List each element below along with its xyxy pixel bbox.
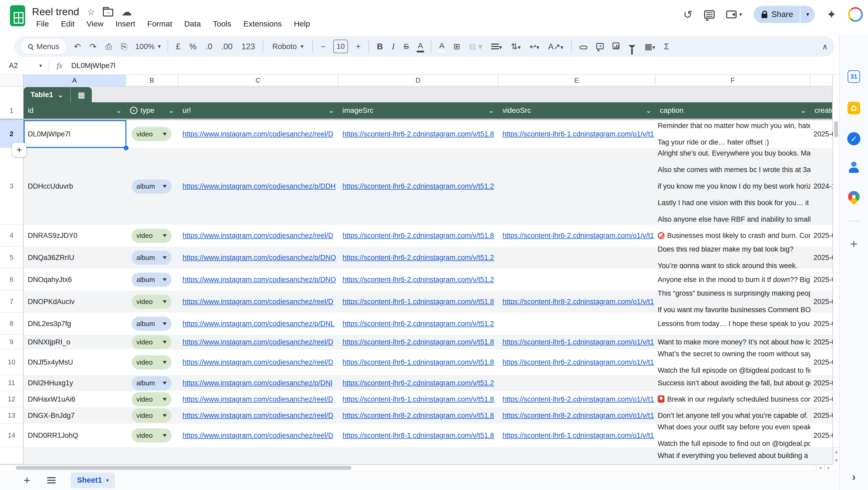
row-header-9[interactable]: 9	[0, 335, 24, 349]
cell-url[interactable]: https://www.instagram.com/codiesanchez/p…	[178, 375, 338, 391]
chevron-down-icon[interactable]	[163, 278, 167, 281]
fill-color-button[interactable]: A	[438, 41, 445, 53]
url-link[interactable]: https://www.instagram.com/codiesanchez/p…	[183, 182, 336, 190]
header-cell-createdAt[interactable]: create	[810, 102, 832, 119]
cell-caption[interactable]: Anyone else in the mood to burn it tf do…	[656, 269, 810, 290]
header-cell-videoSrc[interactable]: videoSrc⌄	[498, 102, 656, 119]
text-wrap-button[interactable]: ↩▾	[528, 41, 540, 52]
cell-type[interactable]: video	[126, 424, 178, 447]
undo-button[interactable]: ↶	[73, 41, 82, 52]
row-header-7[interactable]: 7	[0, 290, 24, 313]
type-chip-video[interactable]: video	[132, 428, 172, 442]
video-src-link[interactable]: https://scontent-lhr6-1.cdninstagram.com…	[502, 431, 654, 440]
cell-type[interactable]: video	[126, 335, 178, 349]
video-src-link[interactable]: https://scontent-lhr8-2.cdninstagram.com…	[502, 411, 654, 420]
url-link[interactable]: https://www.instagram.com/codiesanchez/p…	[183, 254, 336, 262]
cell-id[interactable]: DNQa36ZRrIU	[24, 247, 126, 269]
column-header-A[interactable]: A	[24, 75, 126, 86]
insert-link-button[interactable]	[579, 41, 588, 52]
cell-url[interactable]: https://www.instagram.com/codiesanchez/p…	[178, 148, 338, 225]
cell-type[interactable]: album	[126, 148, 178, 225]
cell-url[interactable]: https://www.instagram.com/codiesanchez/r…	[178, 335, 338, 349]
cell-id[interactable]: DNHaxW1uAi6	[24, 391, 126, 407]
name-box[interactable]: A2	[0, 61, 39, 70]
cell-id[interactable]: DL0MjWIpe7l	[24, 120, 126, 148]
cell-imageSrc[interactable]: https://scontent-lhr6-2.cdninstagram.com…	[338, 375, 498, 391]
chevron-down-icon[interactable]	[163, 382, 167, 385]
redo-button[interactable]: ↷	[89, 41, 98, 52]
cell-imageSrc[interactable]: https://scontent-lhr6-2.cdninstagram.com…	[338, 313, 498, 335]
cell-id[interactable]: DNGX-BnJdg7	[24, 407, 126, 424]
menu-format[interactable]: Format	[143, 18, 177, 30]
image-src-link[interactable]: https://scontent-lhr6-2.cdninstagram.com…	[342, 338, 494, 346]
row-header-3[interactable]: 3	[0, 148, 24, 225]
create-filter-button[interactable]	[627, 41, 637, 52]
type-chip-video[interactable]: video	[132, 127, 172, 141]
chevron-down-icon[interactable]	[163, 341, 167, 344]
url-link[interactable]: https://www.instagram.com/codiesanchez/r…	[183, 411, 333, 420]
scroll-up-button[interactable]: ▲	[833, 447, 840, 456]
column-header-B[interactable]: B	[126, 75, 178, 86]
cell-videoSrc[interactable]	[498, 313, 656, 335]
url-link[interactable]: https://www.instagram.com/codiesanchez/r…	[183, 395, 333, 403]
cell-type[interactable]: album	[126, 269, 178, 290]
strikethrough-button[interactable]: S	[403, 41, 410, 52]
vertical-align-button[interactable]: ⇅▾	[510, 41, 522, 52]
cell-caption[interactable]: Want to make more money? It’s not about …	[656, 335, 810, 349]
cell-id[interactable]: DNRAS9zJDY0	[24, 225, 126, 247]
cell-createdAt[interactable]	[810, 447, 833, 464]
cell-url[interactable]: https://www.instagram.com/codiesanchez/r…	[178, 120, 338, 148]
cell-caption[interactable]: Success isn’t about avoiding the fall, b…	[656, 375, 810, 391]
menu-file[interactable]: File	[32, 18, 53, 30]
chevron-down-icon[interactable]	[163, 185, 167, 188]
cell-url[interactable]	[178, 447, 338, 464]
cell-id[interactable]: DNL2es3p7fg	[24, 313, 126, 335]
row-header-8[interactable]: 8	[0, 313, 24, 335]
google-contacts-icon[interactable]	[847, 161, 860, 174]
cell-videoSrc[interactable]: https://scontent-lhr8-2.cdninstagram.com…	[498, 407, 656, 424]
cell-imageSrc[interactable]: https://scontent-lhr6-2.cdninstagram.com…	[338, 120, 498, 148]
video-src-link[interactable]: https://scontent-lhr6-2.cdninstagram.com…	[502, 358, 654, 366]
search-menus-button[interactable]: Menus	[21, 39, 66, 54]
type-chip-album[interactable]: album	[132, 376, 172, 390]
horizontal-scrollbar[interactable]: ◂ ▸	[0, 464, 833, 470]
format-currency-button[interactable]: £	[175, 41, 182, 52]
cell-type[interactable]: video	[126, 391, 178, 407]
menu-edit[interactable]: Edit	[57, 18, 79, 30]
cell-id[interactable]: DNNXtjpRI_o	[24, 335, 126, 349]
cell-createdAt[interactable]: 2024-1	[810, 148, 833, 225]
hide-toolbar-button[interactable]: ∧	[822, 42, 828, 51]
table-views-button[interactable]: ▦▾	[644, 41, 656, 52]
row-header-12[interactable]: 12	[0, 391, 24, 407]
google-tasks-icon[interactable]: ✓	[847, 132, 860, 145]
cell-imageSrc[interactable]: https://scontent-lhr6-2.cdninstagram.com…	[338, 335, 498, 349]
add-row-button[interactable]: +	[12, 143, 26, 157]
cell-caption[interactable]: Lessons from today… I hope these speak t…	[656, 313, 810, 335]
image-src-link[interactable]: https://scontent-lhr6-2.cdninstagram.com…	[342, 130, 494, 138]
cell-url[interactable]: https://www.instagram.com/codiesanchez/r…	[178, 349, 338, 375]
menu-extensions[interactable]: Extensions	[239, 18, 286, 30]
cell-id[interactable]: DDHccUduvrb	[24, 148, 126, 225]
image-src-link[interactable]: https://scontent-lhr6-2.cdninstagram.com…	[342, 379, 494, 387]
cell-videoSrc[interactable]: https://scontent-lhr6-2.cdninstagram.com…	[498, 349, 656, 375]
sheet-tab-dropdown[interactable]: ▾	[106, 477, 109, 484]
cell-imageSrc[interactable]: https://scontent-lhr6-2.cdninstagram.com…	[338, 269, 498, 290]
google-maps-icon[interactable]	[846, 189, 862, 205]
row-header-10[interactable]: 10	[0, 349, 24, 375]
image-src-link[interactable]: https://scontent-lhr6-1.cdninstagram.com…	[342, 358, 494, 366]
cell-url[interactable]: https://www.instagram.com/codiesanchez/r…	[178, 290, 338, 313]
url-link[interactable]: https://www.instagram.com/codiesanchez/r…	[183, 232, 333, 240]
url-link[interactable]: https://www.instagram.com/codiesanchez/r…	[183, 431, 333, 440]
cell-createdAt[interactable]: 2025-0	[810, 375, 833, 391]
sheet-tab-active[interactable]: Sheet1 ▾	[71, 472, 115, 488]
cell-caption[interactable]: What if everything you believed about bu…	[656, 447, 810, 464]
scroll-left-button[interactable]: ◂	[816, 465, 824, 471]
chevron-down-icon[interactable]: ▾	[739, 11, 742, 18]
cell-url[interactable]: https://www.instagram.com/codiesanchez/p…	[178, 269, 338, 290]
cell-type[interactable]: album	[126, 313, 178, 335]
url-link[interactable]: https://www.instagram.com/codiesanchez/r…	[183, 338, 333, 346]
cell-videoSrc[interactable]	[498, 447, 656, 464]
bold-button[interactable]: B	[376, 41, 384, 52]
cell-videoSrc[interactable]	[498, 247, 656, 269]
row-header-4[interactable]: 4	[0, 225, 24, 247]
